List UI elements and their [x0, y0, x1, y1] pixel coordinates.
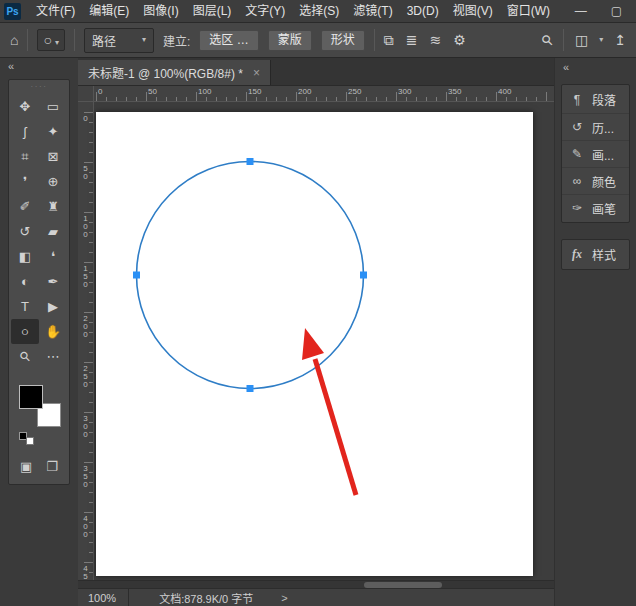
search-icon[interactable]: ⚲ [538, 31, 555, 48]
ruler-tick [216, 97, 217, 101]
menu-item[interactable]: 3D(D) [400, 0, 446, 22]
path-arrangement-icon[interactable]: ≋ [429, 33, 441, 47]
ruler-tick [236, 97, 237, 101]
path-selection-tool[interactable]: ▶ [39, 294, 67, 319]
photoshop-logo[interactable]: Ps [4, 3, 21, 20]
hand-tool[interactable]: ✋ [39, 319, 67, 344]
status-menu-chevron[interactable]: > [281, 592, 287, 604]
anchor-bottom[interactable] [247, 385, 254, 392]
quick-mask-icon[interactable]: ▣ [20, 459, 32, 474]
workspace-icon[interactable]: ◫ [575, 33, 588, 47]
ruler-tick [89, 502, 93, 503]
crop-tool[interactable]: ⌗ [11, 144, 39, 169]
home-icon[interactable]: ⌂ [10, 33, 18, 47]
expand-panels-chevron[interactable]: « [561, 60, 630, 76]
menu-item[interactable]: 滤镜(T) [346, 0, 399, 22]
menu-item[interactable]: 文字(Y) [238, 0, 292, 22]
panel-group: ¶段落↺历...✎画...∞颜色✑画笔 [561, 84, 630, 223]
path-operations-icon[interactable]: ⧉ [384, 33, 394, 47]
ruler-tick [476, 97, 477, 101]
collapse-tools-chevron[interactable]: « [0, 58, 78, 76]
spot-healing-tool[interactable]: ⊕ [39, 169, 67, 194]
document-info: 文档:878.9K/0 字节 [159, 590, 253, 606]
move-tool[interactable]: ✥ [11, 94, 39, 119]
type-tool[interactable]: T [11, 294, 39, 319]
make-mask-button[interactable]: 蒙版 [268, 30, 312, 51]
vertical-ruler[interactable]: 050100150200250300350400450 [78, 102, 94, 580]
chevron-down-icon[interactable]: ▾ [599, 36, 603, 44]
marquee-tool[interactable]: ▭ [39, 94, 67, 119]
edit-toolbar[interactable]: ⋯ [39, 344, 67, 369]
ruler-tick [416, 97, 417, 101]
default-colors-icon[interactable] [19, 432, 34, 445]
screen-mode-icon[interactable]: ❐ [46, 459, 58, 474]
settings-gear-icon[interactable]: ⚙ [453, 33, 466, 47]
panel-grip-icon[interactable]: ∙∙∙∙ [31, 83, 48, 91]
ruler-tick [89, 302, 93, 303]
brush-settings-panel[interactable]: ✎画... [562, 140, 629, 167]
clone-stamp-tool[interactable]: ♜ [39, 194, 67, 219]
menu-item[interactable]: 窗口(W) [500, 0, 557, 22]
make-selection-button[interactable]: 选区 … [199, 30, 258, 51]
lasso-tool[interactable]: ʃ [11, 119, 39, 144]
dodge-tool[interactable]: ◐ [11, 269, 39, 294]
ellipse-path[interactable] [137, 162, 364, 389]
paragraph-panel[interactable]: ¶段落 [562, 86, 629, 113]
fx-icon: fx [570, 247, 584, 262]
chevron-down-icon: ▾ [142, 36, 146, 44]
gradient-tool[interactable]: ◧ [11, 244, 39, 269]
restore-button[interactable]: ▢ [611, 4, 622, 18]
foreground-color-swatch[interactable] [19, 385, 43, 409]
ruler-tick [466, 97, 467, 101]
ruler-tick [526, 97, 527, 101]
tool-mode-select[interactable]: 路径 ▾ [84, 28, 154, 53]
ruler-corner[interactable] [78, 86, 94, 102]
ruler-tick [84, 112, 93, 113]
anchor-right[interactable] [360, 272, 367, 279]
menu-item[interactable]: 图像(I) [136, 0, 185, 22]
blur-tool[interactable]: ❛ [39, 244, 67, 269]
quick-selection-tool[interactable]: ✦ [39, 119, 67, 144]
menu-item[interactable]: 图层(L) [186, 0, 239, 22]
panel-group: fx样式 [561, 239, 630, 270]
brushes-panel[interactable]: ✑画笔 [562, 194, 629, 221]
minimize-button[interactable]: — [575, 4, 587, 18]
document-tab-title: 未标题-1 @ 100%(RGB/8#) * [88, 64, 243, 81]
ruler-tick [89, 442, 93, 443]
frame-tool[interactable]: ⊠ [39, 144, 67, 169]
ruler-label: 150 [80, 264, 90, 288]
menu-item[interactable]: 文件(F) [29, 0, 82, 22]
color-panel[interactable]: ∞颜色 [562, 167, 629, 194]
menu-item[interactable]: 选择(S) [292, 0, 346, 22]
horizontal-ruler[interactable]: 050100150200250300350400 [94, 86, 554, 102]
document-canvas[interactable] [96, 112, 533, 576]
ruler-label: 250 [348, 87, 361, 96]
ruler-tick [116, 97, 117, 101]
ruler-tick [296, 92, 297, 101]
path-alignment-icon[interactable]: ≣ [406, 33, 418, 47]
eraser-tool[interactable]: ▰ [39, 219, 67, 244]
menu-item[interactable]: 编辑(E) [82, 0, 136, 22]
history-brush-tool[interactable]: ↺ [11, 219, 39, 244]
eyedropper-tool[interactable]: ❜ [11, 169, 39, 194]
styles-panel[interactable]: fx样式 [562, 241, 629, 268]
zoom-level-field[interactable]: 100% [78, 589, 129, 606]
close-tab-icon[interactable]: × [253, 66, 260, 80]
share-icon[interactable]: ↥ [614, 33, 626, 47]
document-tab[interactable]: 未标题-1 @ 100%(RGB/8#) * × [78, 60, 271, 85]
brush-tool[interactable]: ✐ [11, 194, 39, 219]
pen-tool[interactable]: ✒ [39, 269, 67, 294]
ruler-tick [496, 92, 497, 101]
scrollbar-thumb[interactable] [364, 582, 442, 588]
ruler-tick [446, 92, 447, 101]
ruler-tick [276, 97, 277, 101]
history-panel[interactable]: ↺历... [562, 113, 629, 140]
ruler-tick [126, 97, 127, 101]
horizontal-scrollbar[interactable] [78, 580, 554, 588]
active-tool-preview[interactable]: ○ ▾ [37, 29, 64, 51]
menu-item[interactable]: 视图(V) [446, 0, 500, 22]
make-shape-button[interactable]: 形状 [321, 30, 365, 51]
anchor-left[interactable] [133, 272, 140, 279]
photoshop-window: Ps 文件(F)编辑(E)图像(I)图层(L)文字(Y)选择(S)滤镜(T)3D… [0, 0, 636, 606]
anchor-top[interactable] [247, 158, 254, 165]
